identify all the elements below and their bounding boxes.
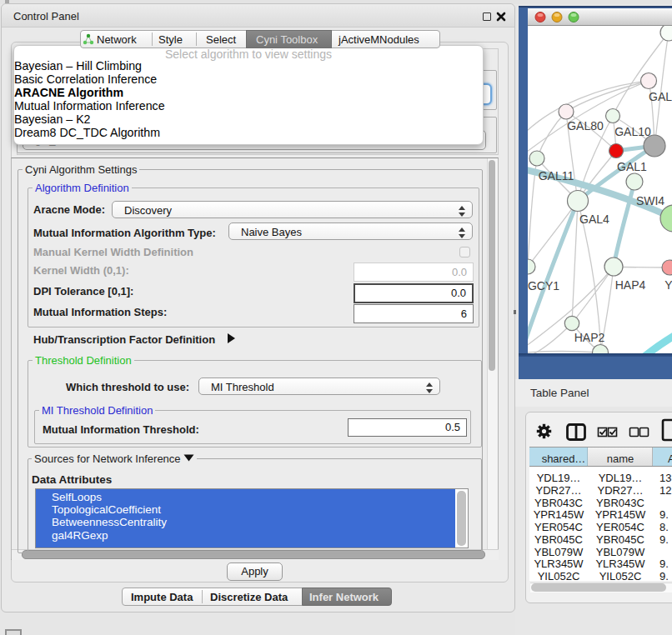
svg-text:Y: Y	[664, 278, 672, 292]
svg-text:HAP2: HAP2	[574, 331, 605, 344]
svg-text:GAL4: GAL4	[579, 212, 609, 226]
svg-text:GAL7: GAL7	[649, 90, 672, 103]
svg-text:GAL80: GAL80	[567, 119, 604, 132]
svg-text:GAL1: GAL1	[617, 160, 647, 173]
svg-text:SWI4: SWI4	[636, 194, 664, 208]
svg-text:GAL10: GAL10	[614, 125, 651, 138]
svg-text:GCY1: GCY1	[528, 279, 559, 292]
svg-text:GAL11: GAL11	[539, 169, 574, 182]
svg-text:HAP4: HAP4	[615, 278, 646, 292]
